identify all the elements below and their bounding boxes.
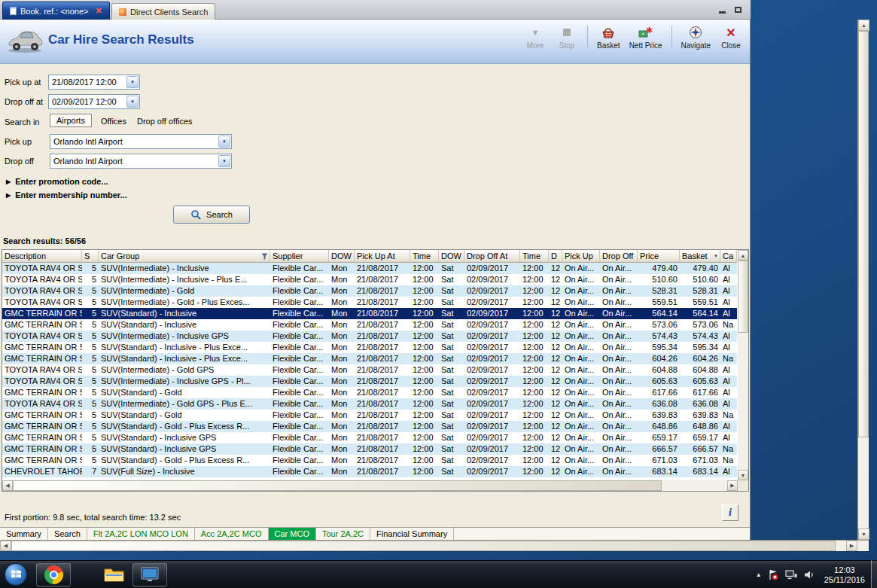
table-row[interactable]: TOYOTA RAV4 OR SI... 5 SUV(Intermediate)…	[2, 285, 737, 297]
tab-search[interactable]: Search	[48, 528, 87, 540]
col-supplier[interactable]: Supplier	[270, 250, 329, 263]
tab-car[interactable]: Car MCO	[269, 528, 316, 540]
stop-button[interactable]: Stop	[554, 22, 580, 51]
explorer-taskbar-button[interactable]	[104, 566, 124, 583]
tab-summary[interactable]: Summary	[0, 528, 48, 540]
search-button[interactable]: Search	[173, 206, 250, 224]
dropoff-location-combo[interactable]: Orlando Intl Airport ▼	[50, 154, 232, 169]
close-button[interactable]: ✕ Close	[718, 22, 744, 51]
scrollbar-thumb[interactable]	[858, 31, 869, 437]
scroll-up-icon[interactable]: ▲	[738, 250, 748, 260]
table-row[interactable]: GMC TERRAIN OR SI... 5 SUV(Standard) - I…	[2, 319, 737, 331]
col-basket[interactable]: Basket ▼	[680, 250, 720, 263]
col-seats[interactable]: S	[82, 250, 99, 263]
doc-tab-booking[interactable]: Book. ref.: <none> ✕	[2, 2, 110, 20]
scroll-left-icon[interactable]: ◀	[2, 480, 13, 491]
grid-horizontal-scrollbar[interactable]: ◀ ▶	[2, 480, 738, 491]
table-row[interactable]: TOYOTA RAV4 OR SI... 5 SUV(Intermediate)…	[2, 274, 737, 285]
cell-category: Al	[720, 331, 737, 342]
table-row[interactable]: GMC TERRAIN OR SI... 5 SUV(Standard) - I…	[2, 308, 737, 319]
tab-close-icon[interactable]: ✕	[96, 6, 102, 16]
nett-price-button[interactable]: Nett Price	[628, 22, 664, 51]
col-price[interactable]: Price	[638, 250, 680, 263]
col-dow-pickup[interactable]: DOW	[329, 250, 355, 263]
restore-button[interactable]	[732, 4, 745, 15]
col-pickup-at[interactable]: Pick Up At	[355, 250, 410, 263]
chevron-down-icon[interactable]: ▼	[218, 155, 230, 167]
col-description[interactable]: Description	[2, 250, 82, 263]
scroll-left-icon[interactable]: ◀	[0, 541, 11, 551]
window-horizontal-scrollbar[interactable]: ◀ ▶	[0, 540, 869, 551]
col-category[interactable]: Ca	[720, 250, 737, 263]
table-row[interactable]: TOYOTA RAV4 OR SI... 5 SUV(Intermediate)…	[2, 297, 737, 308]
chrome-taskbar-button[interactable]	[36, 563, 71, 586]
table-row[interactable]: GMC TERRAIN OR SI... 5 SUV(Standard) - G…	[2, 421, 737, 432]
table-row[interactable]: GMC TERRAIN OR SI... 5 SUV(Standard) - G…	[2, 387, 737, 398]
scrollbar-thumb[interactable]	[738, 260, 748, 333]
chevron-down-icon[interactable]: ▼	[126, 96, 139, 108]
taskbar-clock[interactable]: 12:03 25/11/2016	[821, 565, 868, 585]
table-row[interactable]: TOYOTA RAV4 OR SI... 5 SUV(Intermediate)…	[2, 263, 737, 274]
action-center-icon[interactable]	[769, 569, 778, 580]
col-dropoff-location[interactable]: Drop Off	[600, 250, 638, 263]
table-row[interactable]: GMC TERRAIN OR SI... 5 SUV(Standard) - I…	[2, 353, 737, 364]
filter-icon[interactable]	[261, 253, 268, 260]
pickup-location-combo[interactable]: Orlando Intl Airport ▼	[50, 134, 232, 149]
booking-app-taskbar-button[interactable]	[132, 563, 167, 586]
info-button[interactable]: i	[722, 504, 738, 521]
col-days[interactable]: D	[549, 250, 562, 263]
tab-financial-summary[interactable]: Financial Summary	[370, 528, 454, 540]
col-dropoff-time[interactable]: Time	[520, 250, 549, 263]
doc-tab-direct-clients[interactable]: Direct Clients Search	[111, 3, 215, 20]
tab-flight[interactable]: Flt 2A,2C LON MCO LON	[87, 528, 195, 540]
minimize-button[interactable]	[716, 4, 729, 15]
tab-offices[interactable]: Offices	[99, 115, 128, 127]
scroll-up-icon[interactable]: ▲	[858, 20, 869, 31]
show-desktop-button[interactable]	[871, 560, 877, 588]
col-dropoff-at[interactable]: Drop Off At	[464, 250, 520, 263]
promotion-code-expander[interactable]: ▶ Enter promotion code...	[6, 177, 108, 186]
more-button[interactable]: ▼ More	[522, 22, 548, 51]
table-row[interactable]: GMC TERRAIN OR SI... 5 SUV(Standard) - I…	[2, 432, 737, 443]
cell-dropoff-location: On Air...	[600, 263, 638, 274]
col-car-group[interactable]: Car Group	[99, 250, 270, 263]
table-row[interactable]: TOYOTA RAV4 OR SI... 5 SUV(Intermediate)…	[2, 364, 737, 376]
scrollbar-thumb[interactable]	[13, 480, 662, 491]
col-dow-dropoff[interactable]: DOW	[439, 250, 464, 263]
table-row[interactable]: GMC TERRAIN OR SI... 5 SUV(Standard) - I…	[2, 342, 737, 353]
grid-vertical-scrollbar[interactable]: ▲ ▼	[738, 250, 748, 480]
tab-tour[interactable]: Tour 2A,2C	[316, 528, 370, 540]
cell-price: 604.26	[638, 353, 680, 364]
tray-expand-icon[interactable]: ▲	[756, 571, 762, 578]
scroll-down-icon[interactable]: ▼	[858, 529, 869, 540]
table-row[interactable]: CHEVROLET TAHOE ... 7 SUV(Full Size) - I…	[2, 466, 737, 477]
tab-dropoff-offices[interactable]: Drop off offices	[136, 115, 194, 127]
membership-number-expander[interactable]: ▶ Enter membership number...	[6, 190, 127, 200]
dropoff-at-combo[interactable]: 02/09/2017 12:00 ▼	[48, 94, 140, 109]
basket-button[interactable]: Basket	[595, 22, 622, 51]
chevron-down-icon[interactable]: ▼	[126, 76, 139, 88]
volume-icon[interactable]	[804, 570, 815, 580]
table-row[interactable]: TOYOTA RAV4 OR SI... 5 SUV(Intermediate)…	[2, 398, 737, 410]
start-button[interactable]	[5, 563, 27, 586]
tab-airports[interactable]: Airports	[50, 114, 92, 127]
col-pickup-time[interactable]: Time	[410, 250, 439, 263]
scroll-right-icon[interactable]: ▶	[846, 541, 857, 551]
table-row[interactable]: TOYOTA RAV4 OR SI... 5 SUV(Intermediate)…	[2, 376, 737, 387]
table-row[interactable]: TOYOTA RAV4 OR SI... 5 SUV(Intermediate)…	[2, 331, 737, 342]
col-pickup-location[interactable]: Pick Up	[562, 250, 600, 263]
cell-price: 528.31	[638, 285, 680, 297]
table-row[interactable]: GMC TERRAIN OR SI... 5 SUV(Standard) - G…	[2, 410, 737, 421]
window-vertical-scrollbar[interactable]: ▲ ▼	[857, 20, 869, 540]
navigate-button[interactable]: Navigate	[680, 22, 712, 51]
table-row[interactable]: GMC TERRAIN OR SI... 5 SUV(Standard) - G…	[2, 455, 737, 466]
scroll-right-icon[interactable]: ▶	[727, 480, 738, 491]
network-icon[interactable]	[785, 570, 797, 580]
sort-icon[interactable]: ▼	[714, 254, 718, 258]
chevron-down-icon[interactable]: ▼	[218, 136, 230, 148]
scroll-down-icon[interactable]: ▼	[738, 470, 748, 480]
tab-accommodation[interactable]: Acc 2A,2C MCO	[195, 528, 269, 540]
scrollbar-thumb[interactable]	[11, 541, 836, 551]
table-row[interactable]: GMC TERRAIN OR SI... 5 SUV(Standard) - I…	[2, 443, 737, 455]
pickup-at-combo[interactable]: 21/08/2017 12:00 ▼	[48, 75, 140, 90]
